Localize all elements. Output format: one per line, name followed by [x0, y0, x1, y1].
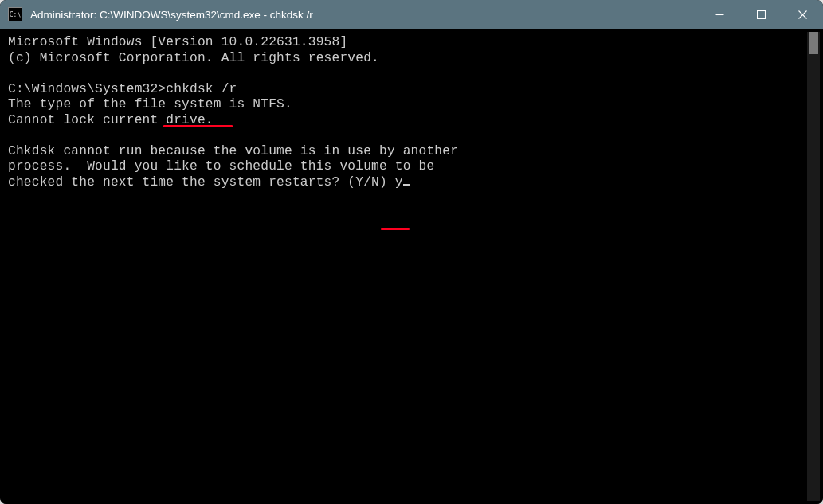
annotation-underline [163, 125, 233, 127]
window-controls [699, 0, 823, 29]
cmd-window: C:\ Administrator: C:\WINDOWS\system32\c… [0, 0, 823, 504]
cmd-icon-label: C:\ [10, 11, 21, 18]
annotation-underline [381, 228, 410, 230]
copyright-line: (c) Microsoft Corporation. All rights re… [8, 51, 379, 65]
terminal-output[interactable]: Microsoft Windows [Version 10.0.22631.39… [0, 29, 807, 504]
entered-command: chkdsk /r [166, 82, 237, 96]
version-line: Microsoft Windows [Version 10.0.22631.39… [8, 35, 347, 49]
titlebar[interactable]: C:\ Administrator: C:\WINDOWS\system32\c… [0, 0, 823, 29]
output-line: Chkdsk cannot run because the volume is … [8, 144, 458, 158]
scrollbar-thumb[interactable] [809, 32, 818, 54]
minimize-icon [715, 10, 724, 19]
close-button[interactable] [782, 0, 823, 29]
vertical-scrollbar[interactable] [807, 32, 820, 501]
output-line: The type of the file system is NTFS. [8, 97, 292, 111]
text-cursor [403, 184, 410, 186]
output-line: process. Would you like to schedule this… [8, 159, 434, 174]
close-icon [798, 10, 807, 19]
terminal-area[interactable]: Microsoft Windows [Version 10.0.22631.39… [0, 29, 823, 504]
cmd-icon: C:\ [8, 7, 22, 21]
maximize-button[interactable] [740, 0, 782, 29]
svg-rect-1 [757, 10, 765, 18]
window-title: Administrator: C:\WINDOWS\system32\cmd.e… [30, 9, 313, 21]
prompt-path: C:\Windows\System32> [8, 82, 166, 96]
maximize-icon [757, 10, 766, 19]
user-input-answer: y [395, 175, 403, 189]
output-line: checked the next time the system restart… [8, 175, 395, 189]
minimize-button[interactable] [699, 0, 740, 29]
